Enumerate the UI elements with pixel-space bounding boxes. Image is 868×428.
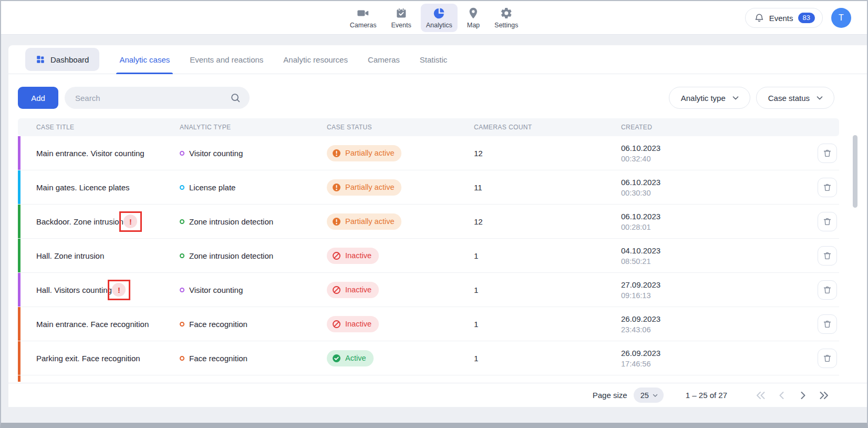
tab-events-and-reactions[interactable]: Events and reactions: [190, 45, 263, 74]
delete-button[interactable]: [818, 280, 837, 300]
created-cell: 26.09.202317:46:56: [621, 348, 785, 369]
tab-bar: Dashboard Analytic casesEvents and react…: [8, 45, 867, 74]
case-title-cell: Main entrance. Face recognition: [18, 320, 180, 329]
nav-item-label: Settings: [494, 22, 518, 29]
analytic-type-dot-icon: [180, 185, 184, 190]
filter-analytic-type[interactable]: Analytic type: [669, 87, 750, 109]
tab-analytic-resources[interactable]: Analytic resources: [283, 45, 348, 74]
table-row[interactable]: Parking exit. Face recognitionFace recog…: [18, 341, 839, 375]
chevron-left-icon: [776, 389, 789, 402]
row-actions-cell: [785, 212, 839, 231]
case-status-cell: Active: [327, 350, 474, 366]
created-cell: 06.10.202300:28:01: [621, 211, 785, 232]
delete-button[interactable]: [818, 349, 837, 368]
delete-button[interactable]: [818, 314, 837, 334]
case-title: Hall. Visitors counting: [36, 286, 112, 294]
events-button[interactable]: Events 83: [745, 8, 823, 28]
map-pin-icon: [467, 7, 480, 19]
table-body: Main entrance. Visitor countingVisitor c…: [18, 136, 839, 375]
created-date: 06.10.2023: [621, 142, 785, 154]
case-status-cell: Inactive: [327, 282, 474, 298]
first-page-button[interactable]: [755, 389, 768, 402]
nav-item-events[interactable]: Events: [386, 4, 416, 32]
delete-button[interactable]: [818, 178, 837, 197]
nav-item-settings[interactable]: Settings: [489, 4, 523, 32]
status-label: Partially active: [345, 217, 394, 226]
case-title-cell: Parking exit. Face recognition: [18, 354, 180, 363]
chevron-down-icon: [815, 93, 824, 103]
analytic-type-cell: Face recognition: [180, 354, 327, 363]
chevron-down-icon: [652, 392, 659, 399]
status-badge: Active: [327, 350, 374, 366]
delete-button[interactable]: [818, 246, 837, 266]
gear-icon: [500, 7, 513, 19]
tab-statistic[interactable]: Statistic: [420, 45, 448, 74]
main-nav: CamerasEventsAnalyticsMapSettings: [345, 1, 523, 35]
search-icon[interactable]: [230, 92, 241, 104]
nav-item-cameras[interactable]: Cameras: [345, 4, 382, 32]
created-time: 00:32:40: [621, 154, 785, 164]
table-row[interactable]: Hall. Visitors counting!Visitor counting…: [18, 273, 839, 307]
row-actions-cell: [785, 314, 839, 334]
table-row[interactable]: Hall. Zone intrusionZone intrusion detec…: [18, 239, 839, 273]
add-button[interactable]: Add: [18, 87, 58, 109]
page-size-select[interactable]: 25: [634, 388, 664, 403]
created-date: 27.09.2023: [621, 279, 785, 290]
analytic-type-cell: Visitor counting: [180, 149, 327, 158]
nav-item-label: Analytics: [426, 22, 452, 29]
created-date: 04.10.2023: [621, 245, 785, 256]
pagination-bar: Page size 25 1 – 25 of 27: [8, 383, 867, 407]
annotation-highlight-box: !: [108, 280, 130, 300]
dashboard-button[interactable]: Dashboard: [25, 48, 99, 71]
created-cell: 04.10.202308:50:21: [621, 245, 785, 267]
filter-label: Analytic type: [681, 94, 726, 103]
search-box: [65, 87, 250, 109]
partial-next-row: [18, 375, 839, 382]
created-time: 08:50:21: [621, 256, 785, 267]
table-header: CASE TITLEANALYTIC TYPECASE STATUSCAMERA…: [18, 118, 839, 136]
search-input[interactable]: [65, 87, 250, 109]
scrollbar-thumb[interactable]: [853, 135, 857, 208]
cameras-count-cell: 12: [474, 217, 621, 226]
chevrons-right-icon: [818, 389, 831, 402]
warning-icon: !: [123, 215, 137, 228]
row-actions-cell: [785, 349, 839, 368]
created-cell: 26.09.202323:43:06: [621, 313, 785, 335]
nav-item-analytics[interactable]: Analytics: [421, 4, 458, 32]
table-row[interactable]: Main entrance. Visitor countingVisitor c…: [18, 136, 839, 170]
chevron-down-icon: [731, 93, 740, 103]
created-date: 06.10.2023: [621, 177, 785, 188]
nav-item-map[interactable]: Map: [462, 4, 485, 32]
top-bar: CamerasEventsAnalyticsMapSettings Events…: [1, 1, 867, 35]
next-page-button[interactable]: [797, 389, 810, 402]
case-status-cell: Inactive: [327, 248, 474, 264]
app-window: CamerasEventsAnalyticsMapSettings Events…: [0, 0, 868, 428]
created-time: 23:43:06: [621, 324, 785, 335]
events-count-badge: 83: [798, 13, 815, 23]
delete-button[interactable]: [818, 144, 837, 163]
row-actions-cell: [785, 178, 839, 197]
prev-page-button[interactable]: [776, 389, 789, 402]
analytic-type-dot-icon: [180, 322, 184, 327]
chevron-right-icon: [797, 389, 810, 402]
last-page-button[interactable]: [818, 389, 831, 402]
table-row[interactable]: Backdoor. Zone intrusion!Zone intrusion …: [18, 205, 839, 239]
analytic-type-cell: Zone intrusion detection: [180, 251, 327, 260]
page-size-value: 25: [640, 391, 649, 400]
calendar-check-icon: [395, 7, 408, 19]
filter-case-status[interactable]: Case status: [756, 87, 834, 109]
case-title-cell: Main gates. Licence plates: [18, 183, 180, 192]
bell-icon: [754, 13, 764, 23]
analytic-type-cell: License plate: [180, 183, 327, 192]
delete-button[interactable]: [818, 212, 837, 231]
tabs: Analytic casesEvents and reactionsAnalyt…: [119, 45, 447, 74]
created-date: 26.09.2023: [621, 348, 785, 359]
cameras-count-cell: 1: [474, 286, 621, 294]
avatar[interactable]: T: [831, 8, 851, 28]
analytic-type-cell: Zone intrusion detection: [180, 217, 327, 226]
table-row[interactable]: Main gates. Licence platesLicense plateP…: [18, 170, 839, 205]
table-row[interactable]: Main entrance. Face recognitionFace reco…: [18, 307, 839, 341]
tab-analytic-cases[interactable]: Analytic cases: [119, 45, 170, 74]
case-title-cell: Backdoor. Zone intrusion!: [18, 211, 180, 232]
tab-cameras[interactable]: Cameras: [368, 45, 400, 74]
